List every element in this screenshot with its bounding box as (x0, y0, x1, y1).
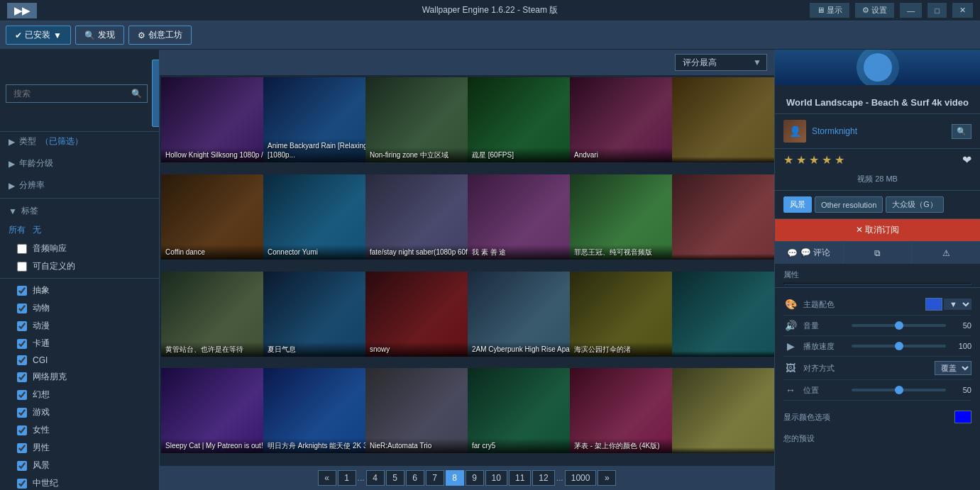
warn-button[interactable]: ⚠ (912, 242, 980, 264)
page-6[interactable]: 6 (406, 470, 424, 486)
tag-general[interactable]: 大众级（G） (886, 196, 944, 213)
palette-icon: 🎨 (783, 299, 798, 310)
age-header[interactable]: ▶ 年龄分级 (0, 154, 159, 173)
color-dropdown[interactable]: ▼ (944, 299, 971, 310)
tag-checkbox[interactable] (17, 355, 27, 365)
tags-none-link[interactable]: 无 (33, 224, 41, 236)
tag-custom-checkbox[interactable] (17, 262, 27, 272)
expand-button[interactable]: ▶▶ (7, 3, 37, 18)
toolbar: ✔ 已安装 ▼ 🔍 发现 ⚙ 创意工坊 (0, 21, 980, 50)
comment-icon: 💬 (787, 248, 798, 258)
page-5[interactable]: 5 (386, 470, 404, 486)
page-12[interactable]: 12 (532, 470, 554, 486)
display-button[interactable]: 🖥 显示 (810, 3, 849, 18)
panel-image (775, 50, 980, 85)
speed-slider[interactable] (852, 345, 946, 347)
sort-select[interactable]: 评分最高 最新 最热门 最多订阅 (675, 54, 767, 71)
sidebar-tag-item: 女性 (0, 421, 159, 439)
page-7[interactable]: 7 (426, 470, 444, 486)
speed-value: 100 (950, 342, 971, 350)
page-8[interactable]: 8 (446, 470, 464, 486)
comment-button[interactable]: 💬 💬 评论 (775, 242, 844, 264)
tags-header[interactable]: ▼ 标签 (0, 201, 159, 221)
sidebar-tag-item: 网络朋克 (0, 368, 159, 386)
page-11[interactable]: 11 (509, 470, 531, 486)
close-button[interactable]: ✕ (952, 3, 973, 18)
tags-all-none: 所有 无 (0, 221, 159, 240)
page-1000[interactable]: 1000 (565, 470, 597, 486)
tag-checkbox[interactable] (17, 372, 27, 382)
main-layout: 🔍 筛选结果（已筛选） ▼ ▶ 类型 （已筛选） ▶ 年龄分级 (0, 50, 980, 490)
compass-icon: 🔍 (84, 30, 95, 40)
color-swatch[interactable] (925, 298, 942, 311)
settings-button[interactable]: ⚙ 设置 (855, 3, 894, 18)
sidebar-section-resolution: ▶ 分辨率 (0, 176, 159, 195)
favorite-button[interactable]: ❤ (962, 153, 971, 167)
tag-checkbox[interactable] (17, 443, 27, 453)
minimize-button[interactable]: — (900, 3, 922, 18)
sidebar-tag-item: 男性 (0, 439, 159, 457)
prop-alignment: 🖼 对齐方式 覆盖 拉伸 居中 (783, 357, 971, 380)
tags-all-link[interactable]: 所有 (9, 224, 26, 236)
author-search-button[interactable]: 🔍 (952, 124, 971, 139)
wallpaper-grid: 🏆Hollow Knight Silksong 1080p / 60fps🏆An… (160, 76, 774, 465)
tag-audio-checkbox[interactable] (17, 244, 27, 254)
arrow-icon-tags: ▼ (9, 206, 17, 216)
resolution-header[interactable]: ▶ 分辨率 (0, 176, 159, 195)
props-title: 属性 (775, 264, 980, 288)
type-header[interactable]: ▶ 类型 （已筛选） (0, 132, 159, 151)
arrows-icon: ↔ (783, 384, 798, 396)
page-10[interactable]: 10 (485, 470, 507, 486)
tag-checkbox[interactable] (17, 304, 27, 313)
display-color-box[interactable] (954, 411, 971, 423)
sidebar-tag-item: 卡通 (0, 335, 159, 352)
play-icon: ▶ (783, 340, 798, 352)
alignment-value: 覆盖 拉伸 居中 (935, 361, 971, 375)
position-slider[interactable] (852, 389, 946, 391)
sidebar-tag-item: 游戏 (0, 403, 159, 421)
copy-button[interactable]: ⧉ (844, 242, 913, 264)
prop-volume: 🔊 音量 50 (783, 316, 971, 336)
tag-checkbox[interactable] (17, 390, 27, 400)
maximize-button[interactable]: □ (927, 3, 947, 18)
tag-landscape[interactable]: 风景 (783, 196, 812, 213)
prop-speed: ▶ 播放速度 100 (783, 336, 971, 357)
tag-checkbox[interactable] (17, 461, 27, 471)
wallpaper-item[interactable] (672, 368, 774, 453)
volume-slider[interactable] (852, 324, 946, 327)
page-prev[interactable]: « (318, 470, 336, 486)
sidebar-section-type: ▶ 类型 （已筛选） (0, 132, 159, 151)
tag-checkbox[interactable] (17, 321, 27, 331)
sidebar-tag-item: 中世纪 (0, 474, 159, 490)
page-4[interactable]: 4 (366, 470, 385, 486)
warn-icon: ⚠ (942, 248, 950, 258)
filter-button[interactable]: 筛选结果（已筛选） ▼ (152, 60, 160, 127)
prop-position: ↔ 位置 50 (783, 380, 971, 401)
installed-button[interactable]: ✔ 已安装 ▼ (6, 26, 71, 45)
tag-checkbox[interactable] (17, 479, 27, 489)
page-first[interactable]: 1 (338, 470, 356, 486)
wallpaper-item[interactable] (672, 77, 774, 162)
wallpaper-item[interactable] (672, 272, 774, 357)
discover-button[interactable]: 🔍 发现 (75, 26, 124, 45)
star-2: ★ (796, 153, 806, 167)
tag-checkbox[interactable] (17, 408, 27, 418)
tag-checkbox[interactable] (17, 286, 27, 296)
alignment-select[interactable]: 覆盖 拉伸 居中 (935, 361, 971, 375)
unsubscribe-button[interactable]: ✕ 取消订阅 (775, 219, 980, 241)
panel-thumbnail (857, 50, 899, 85)
panel-title: World Landscape - Beach & Surf 4k video (782, 96, 973, 109)
volume-icon: 🔊 (783, 320, 798, 331)
search-input[interactable] (6, 84, 148, 103)
pagination: « 1 ... 4 5 6 7 8 9 10 11 12 ... 1000 » (160, 465, 774, 490)
page-9[interactable]: 9 (466, 470, 484, 486)
wallpaper-item[interactable] (672, 174, 774, 260)
tag-checkbox[interactable] (17, 339, 27, 349)
page-next[interactable]: » (598, 470, 616, 486)
workshop-button[interactable]: ⚙ 创意工坊 (128, 26, 192, 45)
tag-checkbox[interactable] (17, 425, 27, 435)
your-preset-label: 您的预设 (775, 428, 980, 447)
tag-other-res[interactable]: Other resolution (815, 196, 883, 213)
tag-customizable: 可自定义的 (0, 257, 159, 275)
author-name[interactable]: Stormknight (812, 126, 946, 136)
